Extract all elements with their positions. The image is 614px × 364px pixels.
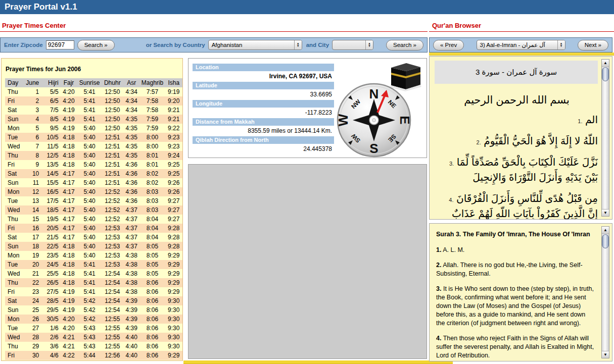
cell: 28/5: [42, 296, 60, 305]
prayer-times-center-section: Prayer Times Center Enter Zipcode Search…: [0, 14, 428, 361]
field-label-bar: Distance from Makkah: [193, 118, 334, 126]
cell: 9:23: [165, 142, 182, 151]
prayer-times-row: Fri1620/54:175:4012:534:378:049:28: [5, 224, 182, 233]
cell: 4:19: [60, 296, 77, 305]
kaaba-icon: [390, 63, 421, 91]
cell: 5:41: [77, 106, 102, 115]
verse-text: Then those who reject Faith in the Signs…: [436, 335, 594, 359]
cell: 4:38: [123, 251, 140, 260]
cell: 12:55: [102, 333, 123, 342]
cell: 4:37: [123, 242, 140, 251]
scroll-up-icon[interactable]: ▲: [602, 227, 609, 234]
cell: 30/5: [42, 315, 60, 324]
prev-surah-button[interactable]: « Prev: [433, 40, 464, 50]
cell: 8:02: [140, 169, 165, 178]
cell: Wed: [5, 269, 24, 278]
cell: 18/5: [42, 205, 60, 215]
prayer-times-row: Thu15/54:205:4112:504:347:579:19: [5, 87, 182, 96]
compass-graphic: N S E W NW NE SW SE: [335, 61, 426, 158]
cell: 4:36: [123, 160, 140, 169]
cell: 7:58: [140, 96, 165, 106]
cell: 5:41: [77, 96, 102, 106]
cell: 12:51: [102, 169, 123, 178]
cell: 10/5: [42, 133, 60, 142]
zipcode-search-button[interactable]: Search »: [77, 40, 115, 50]
cell: 11/5: [42, 142, 60, 151]
cell: 9:19: [165, 87, 182, 96]
prayer-times-row: Wed711/54:185:4012:514:358:009:23: [5, 142, 182, 151]
cell: 14: [24, 205, 42, 215]
cell: 5:43: [77, 324, 102, 333]
arabic-verse: 3. نَزَّلَ عَلَيْكَ الْكِتَابَ بِالْحَقِ…: [437, 154, 598, 185]
prayer-times-row: Thu812/54:185:4012:514:358:019:24: [5, 151, 182, 160]
cell: 1: [24, 87, 42, 96]
cell: 9:20: [165, 96, 182, 106]
cell: 9:27: [165, 196, 182, 205]
cell: Mon: [5, 187, 24, 196]
verse-number: 3.: [436, 285, 441, 292]
cell: 7/5: [42, 106, 60, 115]
column-header-dhuhr: Dhuhr: [102, 78, 123, 87]
column-header-sunrise: Sunrise: [77, 78, 102, 87]
cell: 5: [24, 124, 42, 133]
cell: 12:53: [102, 224, 123, 233]
prayer-times-row: Fri26/54:205:4112:504:347:589:20: [5, 96, 182, 106]
country-select[interactable]: Afghanistan ▲ ▼: [208, 40, 302, 50]
stepper-down-icon: ▼: [368, 45, 371, 47]
cell: 4:20: [60, 324, 77, 333]
arabic-text-panel: سورة آل عمران - سورة 3 بسم الله الرحمن ا…: [429, 56, 612, 220]
cell: 9: [24, 160, 42, 169]
cell: 8:05: [140, 242, 165, 251]
cell: 11: [24, 178, 42, 187]
cell: 12:55: [102, 315, 123, 324]
prayer-portal-page: Prayer Portal v1.1 Prayer Times Center E…: [0, 0, 614, 364]
cell: 8:06: [140, 333, 165, 342]
scroll-down-icon[interactable]: ▼: [602, 351, 609, 358]
cell: 18: [24, 242, 42, 251]
cell: 19: [24, 251, 42, 260]
cell: 9:21: [165, 115, 182, 124]
quran-browser-section: Qur'an Browser « Prev 3) Aal-e-Imran - آ…: [429, 14, 614, 361]
next-surah-button[interactable]: Next »: [578, 40, 608, 50]
cell: 8:04: [140, 224, 165, 233]
arabic-verse: 2. اللّهُ لا إِلَهَ إِلاَّ هُوَ الْحَيُّ…: [437, 133, 598, 148]
select-stepper-icon: ▲ ▼: [365, 40, 373, 49]
field-label-bar: Latitude: [193, 82, 334, 89]
cell: 24: [24, 296, 42, 305]
scrollbar-thumb[interactable]: [602, 234, 609, 248]
cell: 2: [24, 96, 42, 106]
cell: 4:38: [123, 278, 140, 287]
zipcode-input[interactable]: [46, 40, 74, 49]
cell: 8:03: [140, 196, 165, 205]
translation-panel-scrollbar[interactable]: ▲ ▼: [601, 226, 609, 358]
cell: 4:17: [60, 205, 77, 215]
cell: 5:42: [77, 296, 102, 305]
surah-select[interactable]: 3) Aal-e-Imran - آل عمران ▲ ▼: [477, 40, 565, 50]
cell: 23: [24, 287, 42, 296]
scrollbar-thumb[interactable]: [602, 67, 609, 81]
cell: 5:40: [77, 224, 102, 233]
cell: 4:18: [60, 260, 77, 269]
field-value: Irvine, CA 92697, USA: [193, 71, 334, 82]
cell: 4:18: [60, 151, 77, 160]
cell: 12:52: [102, 187, 123, 196]
cell: 12:50: [102, 115, 123, 124]
country-city-search-button[interactable]: Search »: [386, 40, 423, 50]
cell: 4:37: [123, 215, 140, 224]
cell: 4:21: [60, 333, 77, 342]
cell: 4:18: [60, 133, 77, 142]
prayer-times-row: Sun2529/54:195:4212:544:398:069:30: [5, 305, 182, 315]
cell: Wed: [5, 333, 24, 342]
cell: 15: [24, 215, 42, 224]
cell: 6/5: [42, 96, 60, 106]
arabic-panel-scrollbar[interactable]: ▲ ▼: [601, 59, 609, 217]
scroll-up-icon[interactable]: ▲: [602, 60, 609, 67]
column-header-day: Day: [5, 78, 24, 87]
prayer-times-row: Mon59/54:195:4012:504:357:599:22: [5, 124, 182, 133]
cell: 12:54: [102, 269, 123, 278]
cell: 9:30: [165, 315, 182, 324]
scroll-down-icon[interactable]: ▼: [602, 209, 609, 216]
city-select[interactable]: ▲ ▼: [332, 40, 373, 50]
cell: 5:40: [77, 215, 102, 224]
cell: 13/5: [42, 160, 60, 169]
